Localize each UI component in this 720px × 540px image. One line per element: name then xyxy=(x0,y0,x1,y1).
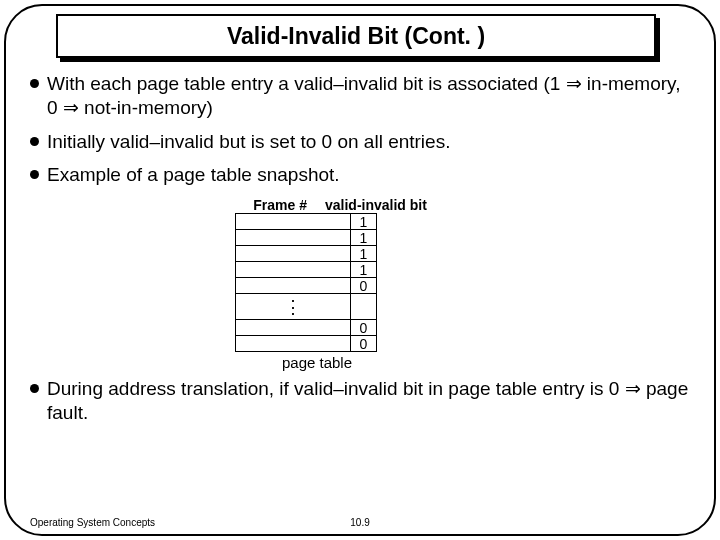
ellipsis-icon: ⋮ xyxy=(236,294,351,320)
table-ellipsis-row: ⋮ xyxy=(236,294,377,320)
slide-content: With each page table entry a valid–inval… xyxy=(30,72,690,435)
cell-bit: 0 xyxy=(351,278,377,294)
cell-frame xyxy=(236,278,351,294)
bullet-item: With each page table entry a valid–inval… xyxy=(30,72,690,120)
slide-title: Valid-Invalid Bit (Cont. ) xyxy=(227,23,485,50)
bullet-text: With each page table entry a valid–inval… xyxy=(47,72,690,120)
cell-frame xyxy=(236,230,351,246)
table-row: 0 xyxy=(236,336,377,352)
cell-bit: 1 xyxy=(351,262,377,278)
cell-bit-empty xyxy=(351,294,377,320)
title-box: Valid-Invalid Bit (Cont. ) xyxy=(56,14,656,58)
table-row: 1 xyxy=(236,214,377,230)
table-headers: Frame # valid-invalid bit xyxy=(210,197,510,213)
table-caption: page table xyxy=(232,354,402,371)
table-row: 0 xyxy=(236,320,377,336)
cell-bit: 0 xyxy=(351,336,377,352)
cell-frame xyxy=(236,262,351,278)
cell-bit: 1 xyxy=(351,214,377,230)
bullet-text: Initially valid–invalid but is set to 0 … xyxy=(47,130,450,154)
cell-bit: 1 xyxy=(351,246,377,262)
page-table: 1 1 1 1 0 ⋮ 0 xyxy=(235,213,377,352)
bullet-dot-icon xyxy=(30,79,39,88)
cell-bit: 1 xyxy=(351,230,377,246)
cell-frame xyxy=(236,336,351,352)
bullet-text: Example of a page table snapshot. xyxy=(47,163,340,187)
table-row: 1 xyxy=(236,246,377,262)
table-row: 1 xyxy=(236,262,377,278)
header-frame: Frame # xyxy=(210,197,325,213)
cell-frame xyxy=(236,214,351,230)
bullet-dot-icon xyxy=(30,170,39,179)
cell-bit: 0 xyxy=(351,320,377,336)
footer-page-number: 10.9 xyxy=(0,517,720,528)
bullet-text: During address translation, if valid–inv… xyxy=(47,377,690,425)
cell-frame xyxy=(236,246,351,262)
bullet-item: During address translation, if valid–inv… xyxy=(30,377,690,425)
table-row: 1 xyxy=(236,230,377,246)
bullet-dot-icon xyxy=(30,137,39,146)
bullet-dot-icon xyxy=(30,384,39,393)
table-row: 0 xyxy=(236,278,377,294)
bullet-item: Example of a page table snapshot. xyxy=(30,163,690,187)
page-table-diagram: Frame # valid-invalid bit 1 1 1 1 0 xyxy=(210,197,510,371)
header-valid: valid-invalid bit xyxy=(325,197,455,213)
cell-frame xyxy=(236,320,351,336)
bullet-item: Initially valid–invalid but is set to 0 … xyxy=(30,130,690,154)
